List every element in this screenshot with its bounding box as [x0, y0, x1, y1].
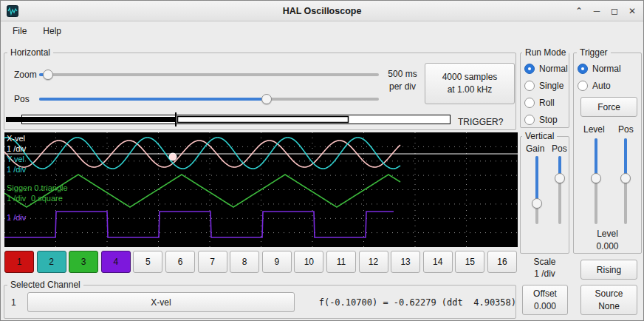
- radio-icon[interactable]: [524, 64, 535, 74]
- vertical-gain-slider-handle[interactable]: [532, 198, 542, 209]
- zoom-slider-handle[interactable]: [43, 70, 53, 80]
- menu-bar: File Help: [1, 22, 643, 40]
- channel-button-4[interactable]: 4: [101, 251, 131, 273]
- slider-fill: [624, 138, 627, 178]
- channel-value-readout: f(-0.10700) = -0.62279 (ddt 4.90358): [296, 297, 516, 308]
- radio-icon[interactable]: [524, 98, 535, 108]
- channel-button-2[interactable]: 2: [37, 251, 66, 273]
- maximize-button[interactable]: ◻: [609, 6, 620, 16]
- time-per-div-unit: per div: [382, 81, 423, 92]
- radio-label: Roll: [539, 98, 555, 108]
- window-controls: ⌃ ─ ◻ ✕: [574, 1, 637, 21]
- run-mode-roll[interactable]: Roll: [524, 98, 555, 108]
- trigger-source-button[interactable]: Source None: [580, 285, 637, 315]
- channel-button-14[interactable]: 14: [423, 251, 453, 273]
- menu-file[interactable]: File: [5, 24, 34, 38]
- vertical-group-label: Vertical: [522, 131, 557, 141]
- channel-button-8[interactable]: 8: [230, 251, 259, 273]
- slider-groove: [39, 73, 379, 76]
- radio-label: Normal: [539, 64, 568, 74]
- samples-rate: at 1.00 kHz: [448, 84, 493, 96]
- run-mode-single[interactable]: Single: [524, 81, 564, 91]
- radio-label: Auto: [592, 81, 611, 91]
- record-overview-bar[interactable]: [6, 112, 456, 126]
- selected-channel-number: 1: [11, 297, 16, 308]
- menu-help[interactable]: Help: [35, 24, 69, 38]
- trigger-level-slider-handle[interactable]: [591, 173, 601, 183]
- trigger-edge-button[interactable]: Rising: [580, 260, 637, 280]
- minimize-button[interactable]: ─: [592, 6, 602, 16]
- radio-label: Normal: [592, 64, 621, 74]
- channel-button-11[interactable]: 11: [326, 251, 356, 273]
- channel-button-9[interactable]: 9: [262, 251, 292, 273]
- close-button[interactable]: ✕: [627, 6, 637, 16]
- radio-icon[interactable]: [524, 81, 535, 91]
- scope-channel-label: 0.square: [31, 194, 63, 203]
- slider-fill: [595, 138, 597, 178]
- run-mode-normal[interactable]: Normal: [524, 64, 568, 74]
- channel-button-3[interactable]: 3: [69, 251, 98, 273]
- pos-label: Pos: [14, 94, 30, 104]
- channel-button-16[interactable]: 16: [487, 251, 517, 273]
- run-mode-group-label: Run Mode: [522, 47, 569, 58]
- scope-channel-label: 1 /div: [7, 194, 26, 203]
- trigger-level-slider[interactable]: [591, 138, 601, 224]
- vertical-gain-label: Gain: [526, 143, 544, 154]
- vertical-gain-slider[interactable]: [532, 156, 542, 224]
- scope-channel-label: Y-vel: [7, 155, 24, 164]
- offset-button[interactable]: Offset 0.000: [522, 285, 568, 315]
- radio-icon[interactable]: [578, 64, 588, 74]
- channel-button-7[interactable]: 7: [198, 251, 227, 273]
- trigger-level-readout-value: 0.000: [573, 241, 642, 251]
- samples-info-button[interactable]: 4000 samples at 1.00 kHz: [425, 63, 515, 104]
- trigger-pos-slider[interactable]: [620, 138, 631, 224]
- channel-button-10[interactable]: 10: [294, 251, 323, 273]
- window-title: HAL Oscilloscope: [1, 1, 643, 21]
- force-button[interactable]: Force: [580, 97, 637, 117]
- scope-labels: X-vel1 /divY-vel1 /divSiggen 0.triangle1…: [4, 132, 518, 247]
- run-mode-stop[interactable]: Stop: [524, 115, 558, 125]
- scope-channel-label: 1 /div: [7, 165, 26, 175]
- radio-label: Single: [539, 81, 564, 91]
- channel-button-12[interactable]: 12: [359, 251, 388, 273]
- slider-fill: [39, 98, 267, 101]
- scope-channel-label: 1 /div: [7, 144, 26, 154]
- trigger-normal[interactable]: Normal: [578, 64, 621, 74]
- trigger-pos-slider-handle[interactable]: [620, 173, 631, 183]
- selected-channel-name-button[interactable]: X-vel: [27, 292, 295, 312]
- horizontal-group-label: Horizontal: [7, 47, 53, 58]
- vertical-pos-slider[interactable]: [555, 156, 565, 224]
- hal-oscilloscope-window: HAL Oscilloscope ⌃ ─ ◻ ✕ File Help Horiz…: [0, 0, 644, 321]
- pos-slider[interactable]: [39, 93, 379, 105]
- channel-button-5[interactable]: 5: [133, 251, 162, 273]
- trigger-group-label: Trigger: [577, 47, 611, 58]
- offset-label: Offset: [533, 288, 557, 300]
- channel-button-6[interactable]: 6: [165, 251, 195, 273]
- radio-label: Stop: [539, 115, 558, 125]
- pos-slider-handle[interactable]: [261, 94, 272, 104]
- channel-button-13[interactable]: 13: [391, 251, 420, 273]
- scale-label: Scale: [520, 257, 569, 267]
- scope-channel-label: Siggen 0.triangle: [7, 183, 68, 193]
- channel-button-row: 1 2 3 4 5 6 7 8 9 10 11 12 13 14 15 16: [4, 251, 517, 273]
- shade-button[interactable]: ⌃: [574, 6, 584, 16]
- channel-button-1[interactable]: 1: [4, 251, 34, 273]
- zoom-label: Zoom: [14, 70, 37, 80]
- source-label: Source: [595, 288, 623, 300]
- time-per-div-value: 500 ms: [382, 69, 423, 79]
- trigger-level-readout-label: Level: [573, 229, 642, 239]
- scope-channel-label: 1 /div: [7, 213, 26, 223]
- scope-channel-label: X-vel: [7, 134, 25, 143]
- trigger-level-label: Level: [583, 124, 605, 135]
- trigger-auto[interactable]: Auto: [578, 81, 611, 91]
- channel-button-15[interactable]: 15: [455, 251, 484, 273]
- scope-display: X-vel1 /divY-vel1 /divSiggen 0.triangle1…: [4, 132, 518, 247]
- trigger-pos-label: Pos: [618, 124, 634, 135]
- zoom-slider[interactable]: [39, 69, 379, 81]
- vertical-pos-slider-handle[interactable]: [555, 173, 565, 183]
- radio-icon[interactable]: [578, 81, 588, 91]
- slider-fill: [535, 156, 538, 203]
- source-value: None: [598, 300, 620, 313]
- offset-value: 0.000: [534, 300, 556, 313]
- radio-icon[interactable]: [524, 115, 535, 125]
